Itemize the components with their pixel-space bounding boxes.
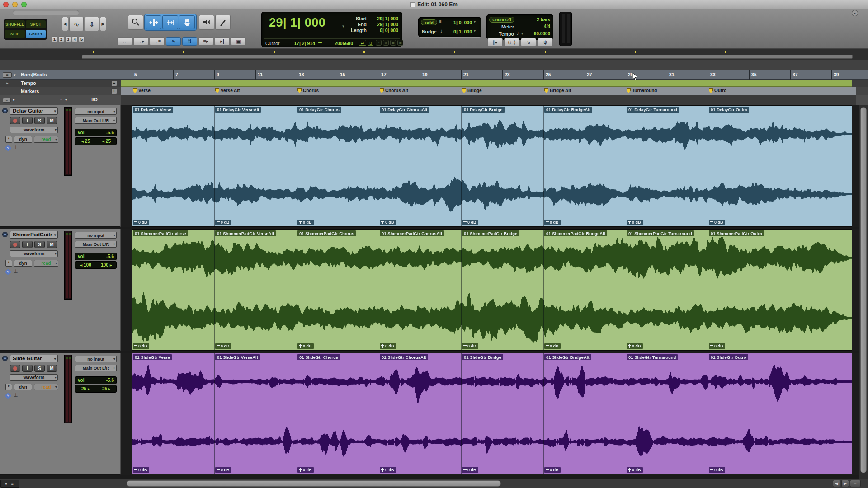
pan-display[interactable]: ◂ 100100 ▸ [75,261,117,269]
length-value[interactable]: 0| 0| 000 [368,28,398,33]
clip-gain-badge[interactable]: 0 dB [544,343,561,349]
clip-label[interactable]: 01 ShimmerPadGtr Chorus [297,230,356,236]
zoom-preset-button-1[interactable]: 1 [52,36,57,42]
horizontal-scrollbar[interactable]: ▾ ≡ ◀ ▶ ≡ [0,479,868,488]
volume-value[interactable]: -5.6 [106,378,114,383]
countoff-value[interactable]: 2 bars [522,17,550,22]
track-view-selector[interactable]: waveform▾ [10,374,58,381]
counter-dropdown-icon[interactable]: ▾ [342,24,344,28]
clip-gain-badge[interactable]: 0 dB [627,343,643,349]
bottom-left-menu[interactable]: ▾ ≡ [0,480,19,488]
clip-label[interactable]: 01 ShimmerPadGtr Outro [709,230,764,236]
output-path-selector[interactable]: Main Out L/R+ [75,365,117,371]
clip-gain-badge[interactable]: 0 dB [380,467,396,473]
clock-icon[interactable]: ◔ [59,97,62,102]
clip-label[interactable]: 01 SlideGtr Bridge [462,354,503,360]
midi-control-button-3[interactable]: ψ [538,38,553,47]
scroll-left-button[interactable]: ◀ [833,480,840,487]
universe-strip[interactable] [0,49,868,60]
nudge-value[interactable]: 0| 1| 000 [442,29,472,34]
clip-gain-badge[interactable]: 0 dB [297,467,314,473]
clip-gain-badge[interactable]: 0 dB [462,220,478,225]
clip-label[interactable]: 01 SlideGtr Outro [709,354,748,360]
mini-transport-button-0[interactable]: ◔ [376,40,382,46]
clip-gain-badge[interactable]: 0 dB [133,343,149,349]
clip-label[interactable]: 01 DelayGtr Chorus [297,107,341,113]
scroll-right-button[interactable]: ▶ [841,480,849,487]
track-name-dropdown-icon[interactable]: ▾ [54,108,56,115]
clip-gain-badge[interactable]: 0 dB [709,343,725,349]
scrubber-tool-button[interactable] [199,15,214,30]
clip-gain-badge[interactable]: 0 dB [462,467,478,473]
view-dropdown-icon[interactable]: ▾ [55,127,57,133]
clip-gain-badge[interactable]: 0 dB [544,220,561,225]
midi-control-button-1[interactable]: (♩) [504,38,519,47]
edit-option-button-4[interactable]: ⇅ [182,37,197,46]
output-path-selector[interactable]: Main Out L/R+ [75,117,117,124]
pan-right-value[interactable]: 100 ▸ [96,263,117,267]
timebase-icon[interactable]: ⊥ [14,268,18,274]
nudge-dropdown-icon[interactable]: ▾ [474,29,476,33]
vertical-scrollbar[interactable] [859,105,868,479]
pan-right-value[interactable]: ◂ 25 [96,139,117,144]
clip-label[interactable]: 01 SlideGtr BridgeAlt [544,354,591,360]
tempo-ruler-row[interactable]: ▸ Tempo + [0,80,868,87]
clip-gain-badge[interactable]: 0 dB [544,467,561,473]
clip-label[interactable]: 01 ShimmerPadGtr BridgeAlt [544,230,607,236]
tempo-expand-icon[interactable]: ▸ [6,81,9,85]
input-monitor-button[interactable]: I [22,241,33,248]
main-counter-value[interactable]: 29| 1| 000 [269,16,326,30]
countoff-label[interactable]: Count Off [489,17,514,23]
zoomer-tool-button[interactable] [128,15,143,30]
pan-left-value[interactable]: ◂ 25 [75,139,96,144]
clip-label[interactable]: 01 ShimmerPadGtr Verse [133,230,188,236]
bars-beats-ruler-row[interactable]: ≡ ▾ Bars|Beats 5791113151719212325272931… [0,70,868,80]
midi-control-button-2[interactable]: ⇘ [521,38,536,47]
clip-label[interactable]: 01 SlideGtr ChorusAlt [380,354,428,360]
edit-option-button-2[interactable]: →≡ [150,37,165,46]
marker-verse-alt[interactable]: Verse Alt [215,88,240,93]
timebase-icon[interactable]: ⊥ [14,392,18,398]
start-value[interactable]: 29| 1| 000 [368,16,398,21]
view-dropdown-icon[interactable]: ▾ [55,375,57,380]
meter-value[interactable]: 4/4 [522,24,550,29]
clip-gain-badge[interactable]: 0 dB [627,467,643,473]
record-enable-button[interactable] [10,117,20,124]
horizontal-zoom-button[interactable]: ∿ [69,17,84,31]
selector-tool-button[interactable] [162,15,178,29]
track-color-toggle[interactable] [2,232,8,237]
shuffle-mode-button[interactable]: SHUFFLE [5,20,25,28]
output-path-selector[interactable]: Main Out L/R+ [75,241,117,248]
volume-value[interactable]: -5.6 [106,130,114,135]
pan-display[interactable]: 25 ▸25 ▸ [75,385,117,393]
markers-band[interactable]: VerseVerse AltChorusChorus AltBridgeBrid… [121,87,856,95]
mute-button[interactable]: M [47,241,57,248]
marker-verse[interactable]: Verse [133,88,151,93]
automation-mode-selector[interactable]: read▾ [34,384,58,390]
volume-display[interactable]: vol-5.6 [75,376,117,384]
pencil-tool-button[interactable] [215,15,231,30]
clip-label[interactable]: 01 DelayGtr Turnaround [627,107,679,113]
input-dropdown-icon[interactable]: ▾ [113,108,115,114]
track-name-dropdown-icon[interactable]: ▾ [54,232,56,239]
clip-label[interactable]: 01 SlideGtr Verse [133,354,172,360]
freeze-button[interactable]: * [5,260,12,267]
add-tempo-button[interactable]: + [111,80,117,86]
input-dropdown-icon[interactable]: ▾ [113,356,115,362]
edit-option-button-6[interactable]: ▸| [215,37,230,46]
playhead-line[interactable] [389,70,389,95]
clip-lane-slide-guitar[interactable] [121,353,868,475]
track-name[interactable]: Slide Guitar▾ [10,355,58,362]
view-dropdown-icon[interactable]: ▾ [55,251,57,257]
marker-outro[interactable]: Outro [709,88,726,93]
clip-lane-shimerpadguitr[interactable] [121,229,868,351]
automation-mode-selector[interactable]: read▾ [34,136,58,143]
bar-numbers-strip[interactable]: 579111315171921232527293133353739 [0,70,868,80]
clip-label[interactable]: 01 ShimmerPadGtr ChorusAlt [380,230,444,236]
track-view-selector[interactable]: waveform▾ [10,250,58,257]
zoom-preset-button-5[interactable]: 5 [79,36,85,42]
edit-option-button-1[interactable]: →▸ [133,37,148,46]
dyn-insert-selector[interactable]: dyn [14,136,32,143]
input-monitor-button[interactable]: I [22,117,33,124]
elastic-audio-icon[interactable]: ∿ [5,393,11,399]
